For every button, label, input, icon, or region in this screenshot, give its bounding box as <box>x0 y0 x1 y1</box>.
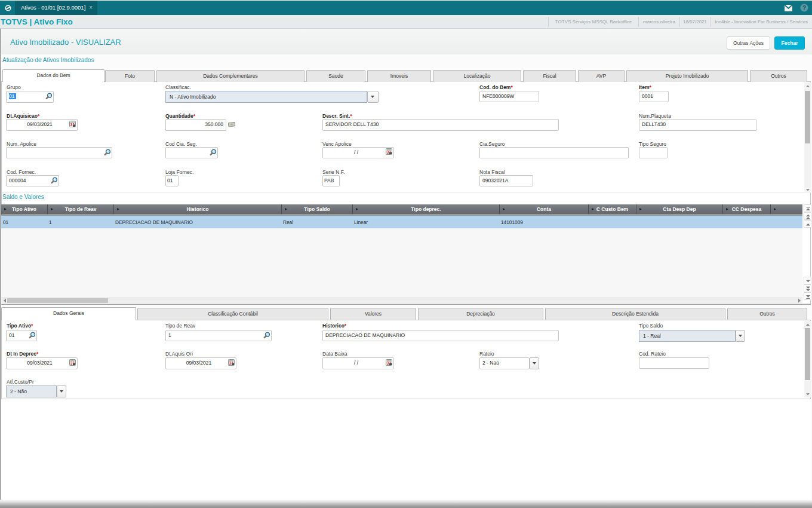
svg-text:?: ? <box>802 5 806 11</box>
